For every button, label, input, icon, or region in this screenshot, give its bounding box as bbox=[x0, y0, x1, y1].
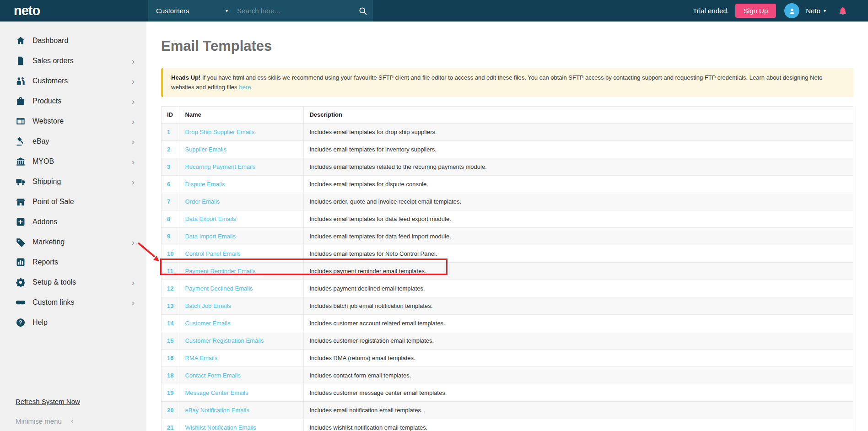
template-id-link[interactable]: 2 bbox=[162, 140, 179, 158]
template-name-link[interactable]: Payment Reminder Emails bbox=[185, 268, 255, 275]
sidebar-item-shipping[interactable]: Shipping› bbox=[0, 172, 146, 192]
table-row: 2Supplier EmailsIncludes email templates… bbox=[162, 140, 853, 158]
gavel-icon bbox=[16, 136, 26, 146]
sidebar-item-ebay[interactable]: eBay› bbox=[0, 131, 146, 151]
template-name-link[interactable]: eBay Notification Emails bbox=[185, 407, 249, 414]
chevron-right-icon: › bbox=[132, 238, 135, 247]
sidebar-item-label: Sales orders bbox=[32, 57, 74, 65]
template-name-link[interactable]: Customer Emails bbox=[185, 320, 230, 327]
template-name-link[interactable]: Payment Declined Emails bbox=[185, 285, 253, 292]
sidebar-item-sales-orders[interactable]: Sales orders› bbox=[0, 51, 146, 71]
sidebar-item-webstore[interactable]: Webstore› bbox=[0, 111, 146, 131]
template-name-link[interactable]: Order Emails bbox=[185, 198, 220, 205]
template-id-link[interactable]: 11 bbox=[162, 262, 179, 280]
template-description: Includes email notification email templa… bbox=[304, 401, 853, 419]
template-id-link[interactable]: 15 bbox=[162, 332, 179, 349]
sidebar-item-myob[interactable]: MYOB› bbox=[0, 151, 146, 172]
template-id-link[interactable]: 18 bbox=[162, 366, 179, 384]
table-row-highlighted: 11Payment Reminder EmailsIncludes paymen… bbox=[162, 262, 853, 280]
template-description: Includes email templates for data feed e… bbox=[304, 210, 853, 227]
chevron-right-icon: › bbox=[132, 97, 135, 106]
alert-bold-text: Heads Up! bbox=[171, 74, 200, 81]
template-id-link[interactable]: 13 bbox=[162, 297, 179, 314]
chevron-right-icon: › bbox=[132, 117, 135, 126]
template-description: Includes contact form email templates. bbox=[304, 366, 853, 384]
search-scope-select[interactable]: Customers ▾ bbox=[148, 7, 232, 15]
here-link[interactable]: here bbox=[239, 84, 251, 91]
chevron-right-icon: › bbox=[132, 178, 135, 186]
template-description: Includes customer registration email tem… bbox=[304, 332, 853, 349]
template-name-link[interactable]: Recurring Payment Emails bbox=[185, 163, 255, 170]
sidebar-item-label: Shipping bbox=[32, 178, 61, 186]
minimise-menu[interactable]: Minimise menu ‹ bbox=[0, 411, 146, 431]
template-id-link[interactable]: 21 bbox=[162, 419, 179, 431]
template-name-link[interactable]: Data Import Emails bbox=[185, 233, 236, 240]
template-name-link[interactable]: Dispute Emails bbox=[185, 181, 225, 188]
home-icon bbox=[16, 36, 26, 46]
template-name-link[interactable]: Message Center Emails bbox=[185, 389, 248, 396]
search-input[interactable] bbox=[232, 7, 353, 15]
sidebar-item-customers[interactable]: Customers› bbox=[0, 71, 146, 91]
sidebar-item-reports[interactable]: Reports bbox=[0, 252, 146, 272]
template-id-link[interactable]: 19 bbox=[162, 384, 179, 401]
users-icon bbox=[16, 76, 26, 86]
template-name-link[interactable]: Wishlist Notification Emails bbox=[185, 424, 256, 431]
box-icon bbox=[16, 96, 26, 106]
template-name-link[interactable]: Control Panel Emails bbox=[185, 250, 240, 257]
sidebar-item-label: Dashboard bbox=[32, 37, 68, 45]
template-name-link[interactable]: Drop Ship Supplier Emails bbox=[185, 129, 254, 135]
chevron-down-icon: ▾ bbox=[824, 8, 826, 13]
template-id-link[interactable]: 6 bbox=[162, 175, 179, 193]
sidebar-item-label: Help bbox=[32, 318, 48, 327]
column-header-name: Name bbox=[179, 106, 304, 123]
question-icon: ? bbox=[16, 318, 26, 328]
account-menu[interactable]: Neto ▾ bbox=[806, 7, 826, 15]
table-row: 7Order EmailsIncludes order, quote and i… bbox=[162, 193, 853, 210]
avatar[interactable] bbox=[784, 3, 799, 18]
global-search-bar: Customers ▾ bbox=[148, 0, 373, 22]
template-name-link[interactable]: Contact Form Emails bbox=[185, 372, 240, 379]
template-id-link[interactable]: 8 bbox=[162, 210, 179, 227]
sidebar-item-custom-links[interactable]: Custom links› bbox=[0, 292, 146, 312]
template-name-link[interactable]: RMA Emails bbox=[185, 355, 217, 361]
svg-text:?: ? bbox=[19, 319, 22, 326]
sidebar-item-point-of-sale[interactable]: Point of Sale bbox=[0, 192, 146, 212]
sidebar-item-marketing[interactable]: Marketing› bbox=[0, 232, 146, 252]
template-name-link[interactable]: Data Export Emails bbox=[185, 216, 236, 222]
chevron-left-icon: ‹ bbox=[71, 416, 74, 426]
template-description: Includes customer message center email t… bbox=[304, 384, 853, 401]
table-row: 9Data Import EmailsIncludes email templa… bbox=[162, 227, 853, 245]
template-description: Includes payment declined email template… bbox=[304, 280, 853, 297]
template-id-link[interactable]: 7 bbox=[162, 193, 179, 210]
alert-text: If you have html and css skills we recom… bbox=[171, 74, 823, 91]
store-icon bbox=[16, 197, 26, 207]
template-id-link[interactable]: 9 bbox=[162, 227, 179, 245]
template-id-link[interactable]: 12 bbox=[162, 280, 179, 297]
table-row: 8Data Export EmailsIncludes email templa… bbox=[162, 210, 853, 227]
template-id-link[interactable]: 1 bbox=[162, 123, 179, 140]
search-icon[interactable] bbox=[353, 6, 373, 16]
sign-up-button[interactable]: Sign Up bbox=[735, 4, 776, 18]
template-id-link[interactable]: 16 bbox=[162, 349, 179, 366]
column-header-description: Description bbox=[304, 106, 853, 123]
plus-square-icon bbox=[16, 217, 26, 227]
template-name-link[interactable]: Customer Registration Emails bbox=[185, 337, 264, 344]
template-description: Includes email templates for Neto Contro… bbox=[304, 245, 853, 262]
notification-bell-icon[interactable] bbox=[838, 6, 848, 16]
refresh-system-link[interactable]: Refresh System Now bbox=[16, 398, 80, 405]
template-name-link[interactable]: Supplier Emails bbox=[185, 146, 226, 153]
browser-icon bbox=[16, 116, 26, 126]
template-description: Includes email templates related to the … bbox=[304, 158, 853, 175]
link-icon bbox=[16, 297, 26, 307]
sidebar-item-products[interactable]: Products› bbox=[0, 91, 146, 111]
template-id-link[interactable]: 10 bbox=[162, 245, 179, 262]
template-id-link[interactable]: 3 bbox=[162, 158, 179, 175]
sidebar-item-dashboard[interactable]: Dashboard bbox=[0, 31, 146, 51]
template-id-link[interactable]: 14 bbox=[162, 314, 179, 332]
template-description: Includes batch job email notification te… bbox=[304, 297, 853, 314]
sidebar-item-setup-tools[interactable]: Setup & tools› bbox=[0, 272, 146, 292]
sidebar-item-addons[interactable]: Addons bbox=[0, 212, 146, 232]
template-id-link[interactable]: 20 bbox=[162, 401, 179, 419]
sidebar-item-help[interactable]: ?Help bbox=[0, 312, 146, 333]
template-name-link[interactable]: Batch Job Emails bbox=[185, 302, 231, 309]
